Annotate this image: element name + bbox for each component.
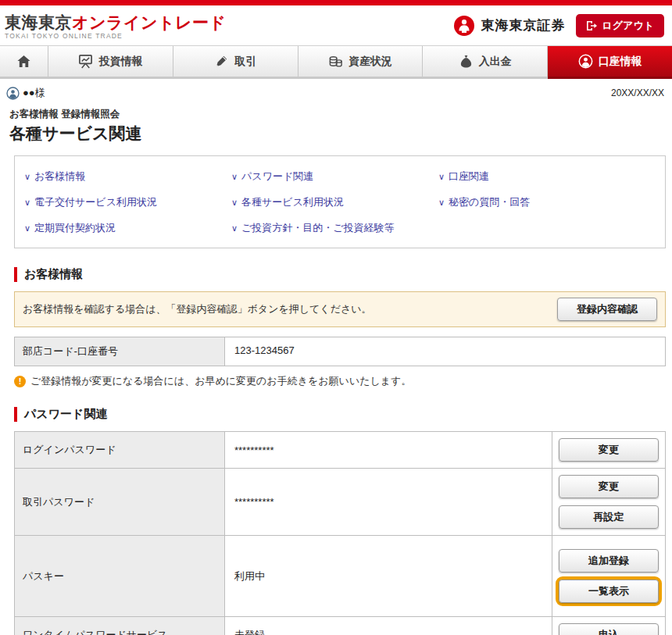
customer-info-notice: お客様情報を確認する場合は、「登録内容確認」ボタンを押してください。 登録内容確… [14,291,666,327]
anchor-link-label: お客様情報 [34,169,85,184]
breadcrumb: お客様情報 登録情報照会 [9,108,672,121]
nav-tab-invest-info[interactable]: 投資情報 [48,46,173,77]
nav-tab-assets[interactable]: 資産状況 [298,46,424,77]
anchor-link-label: 各種サービス利用状況 [241,195,344,209]
anchor-link-password[interactable]: ∨パスワード関連 [231,169,438,184]
table-row-trade-password: 取引パスワード ********** 変更 再設定 [15,469,665,536]
warning-text: ご登録情報が変更になる場合には、お早めに変更のお手続きをお願いいたします。 [30,374,411,388]
anchor-link-account[interactable]: ∨口座関連 [438,169,656,184]
anchor-link-label: 電子交付サービス利用状況 [34,195,157,209]
down-arrow-icon: ∨ [438,198,445,208]
down-arrow-icon: ∨ [24,172,30,182]
row-value: 利用中 [225,536,552,616]
down-arrow-icon: ∨ [24,223,30,234]
change-login-password-button[interactable]: 変更 [559,438,659,462]
person-circle-icon [578,54,593,69]
logout-label: ログアウト [602,19,654,33]
logout-icon [586,20,597,31]
section-title-password: パスワード関連 [14,407,666,422]
apply-otp-button[interactable]: 申込 [559,623,659,635]
tokai-tokyo-mark-icon [454,16,474,36]
row-value: 未登録 [225,617,552,635]
anchor-link-label: パスワード関連 [241,169,313,184]
row-value: ********** [225,469,552,535]
anchor-link-periodic-purchase[interactable]: ∨定期買付契約状況 [24,221,231,235]
down-arrow-icon: ∨ [231,198,238,208]
row-label: 取引パスワード [15,469,225,535]
page-title: 各種サービス関連 [9,123,672,144]
nav-label: 資産状況 [349,55,392,69]
nav-label: 口座情報 [599,55,642,69]
row-value: ********** [225,432,552,468]
account-number-row: 部店コード-口座番号 123-1234567 [14,337,666,366]
change-trade-password-button[interactable]: 変更 [559,475,659,498]
list-passkeys-button[interactable]: 一覧表示 [559,580,659,603]
row-label: ログインパスワード [15,432,225,468]
anchor-link-secret-question[interactable]: ∨秘密の質問・回答 [438,195,656,209]
row-label: パスキー [15,536,225,616]
coins-icon [328,54,343,69]
pen-hand-icon [214,54,229,69]
anchor-link-customer-info[interactable]: ∨お客様情報 [24,169,231,184]
table-row-login-password: ログインパスワード ********** 変更 [15,432,665,469]
section-title-customer-info: お客様情報 [14,267,666,282]
reset-trade-password-button[interactable]: 再設定 [559,505,659,529]
current-date: 20XX/XX/XX [611,87,664,98]
anchor-link-label: 口座関連 [449,169,489,184]
down-arrow-icon: ∨ [231,172,238,182]
down-arrow-icon: ∨ [24,198,30,208]
highlight-ring: 一覧表示 [559,580,659,603]
top-accent-bar [0,0,672,5]
user-name: ●●様 [23,86,45,100]
main-navigation: 投資情報 取引 資産状況 入出金 [0,45,672,77]
anchor-link-label: 定期買付契約状況 [34,221,116,235]
brand-name: 東海東京証券 [481,16,565,34]
user-avatar-icon [6,87,20,100]
table-row-otp-service: ワンタイムパスワードサービス 未登録 申込 [15,617,665,635]
registration-warning: ! ご登録情報が変更になる場合には、お早めに変更のお手続きをお願いいたします。 [14,374,666,388]
anchor-link-label: 秘密の質問・回答 [449,195,530,209]
home-icon [16,54,31,69]
logo-subtitle: TOKAI TOKYO ONLINE TRADE [5,33,226,40]
money-bag-icon [459,54,474,69]
row-label: ワンタイムパスワードサービス [15,617,225,635]
presentation-chart-icon [78,54,93,69]
down-arrow-icon: ∨ [231,223,238,234]
anchor-link-label: ご投資方針・目的・ご投資経験等 [241,221,395,235]
add-passkey-button[interactable]: 追加登録 [559,549,659,573]
logout-button[interactable]: ログアウト [576,14,664,37]
account-number-value: 123-1234567 [225,337,665,366]
anchor-link-investment-policy[interactable]: ∨ご投資方針・目的・ご投資経験等 [231,221,438,235]
site-header: 東海東京オンライントレード TOKAI TOKYO ONLINE TRADE 東… [0,5,672,45]
anchor-link-edelivery[interactable]: ∨電子交付サービス利用状況 [24,195,231,209]
table-row-passkey: パスキー 利用中 追加登録 一覧表示 [15,536,665,617]
nav-tab-trade[interactable]: 取引 [173,46,298,77]
nav-label: 投資情報 [98,55,142,69]
confirm-registration-button[interactable]: 登録内容確認 [557,298,657,321]
nav-label: 取引 [234,55,256,69]
anchor-link-services[interactable]: ∨各種サービス利用状況 [231,195,438,209]
nav-label: 入出金 [479,55,512,69]
down-arrow-icon: ∨ [438,172,445,182]
logo-text-accent: オンライントレード [72,13,226,31]
user-bar: ●●様 20XX/XX/XX [0,79,672,100]
password-table: ログインパスワード ********** 変更 取引パスワード ********… [14,431,666,635]
nav-tab-home[interactable] [0,46,48,77]
anchor-links-box: ∨お客様情報 ∨パスワード関連 ∨口座関連 ∨電子交付サービス利用状況 ∨各種サ… [14,155,666,248]
account-number-label: 部店コード-口座番号 [15,337,225,366]
site-logo[interactable]: 東海東京オンライントレード TOKAI TOKYO ONLINE TRADE [5,11,226,40]
warning-icon: ! [14,376,26,387]
logo-text-main: 東海東京 [5,13,72,31]
notice-text: お客様情報を確認する場合は、「登録内容確認」ボタンを押してください。 [23,302,372,316]
nav-tab-account-info[interactable]: 口座情報 [548,46,672,77]
nav-tab-deposit-withdraw[interactable]: 入出金 [423,46,548,77]
